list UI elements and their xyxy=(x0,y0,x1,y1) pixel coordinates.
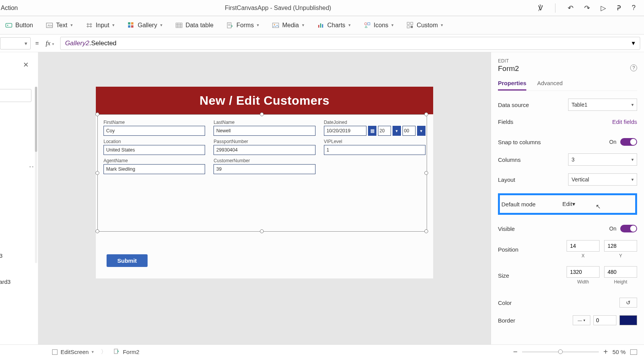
datasource-select[interactable]: Table1▾ xyxy=(568,99,637,111)
svg-point-1 xyxy=(7,25,8,26)
insert-custom[interactable]: Custom▾ xyxy=(407,22,443,29)
scrollbar-thumb[interactable] xyxy=(35,87,37,152)
vip-input[interactable] xyxy=(324,145,426,155)
breadcrumb-screen[interactable]: EditScreen ▾ xyxy=(52,349,94,355)
minute-dropdown-icon[interactable]: ▾ xyxy=(417,126,426,136)
size-height-input[interactable] xyxy=(604,266,637,278)
form-icon xyxy=(113,348,120,356)
fit-to-screen-icon[interactable] xyxy=(630,349,637,355)
datejoined-input[interactable] xyxy=(324,126,366,136)
zoom-out-icon[interactable]: − xyxy=(513,347,518,356)
breadcrumb-separator: 〉 xyxy=(101,348,107,356)
play-icon[interactable]: ▷ xyxy=(601,4,606,12)
help-icon[interactable]: ? xyxy=(632,4,636,12)
canvas-area[interactable]: New / Edit Customers FirstName LastName xyxy=(38,52,491,344)
svg-rect-27 xyxy=(114,349,118,354)
zoom-in-icon[interactable]: + xyxy=(603,347,608,356)
formula-expand-icon[interactable]: ▾ xyxy=(632,39,635,47)
breadcrumb-form-label: Form2 xyxy=(123,349,139,355)
panel-help-icon[interactable]: ? xyxy=(630,64,637,71)
columns-label: Columns xyxy=(498,156,521,163)
selection-handle[interactable] xyxy=(260,229,264,233)
hour-dropdown-icon[interactable]: ▾ xyxy=(393,126,401,136)
size-width-input[interactable] xyxy=(567,266,600,278)
defaultmode-label: Default mode xyxy=(501,201,536,207)
insert-text-label: Text xyxy=(56,22,67,29)
insert-input[interactable]: Input▾ xyxy=(86,22,115,29)
insert-icons-label: Icons xyxy=(374,22,388,29)
agent-input[interactable] xyxy=(104,164,205,174)
insert-forms-label: Forms xyxy=(237,22,254,29)
svg-rect-7 xyxy=(131,25,133,28)
insert-button[interactable]: Button xyxy=(5,22,33,29)
custnum-input[interactable] xyxy=(214,164,315,174)
gallery-icon xyxy=(128,22,135,29)
insert-icons[interactable]: Icons▾ xyxy=(364,22,394,29)
selection-handle[interactable] xyxy=(95,229,99,233)
svg-rect-4 xyxy=(128,22,130,25)
insert-gallery[interactable]: Gallery▾ xyxy=(128,22,163,29)
location-label: Location xyxy=(104,139,205,144)
fx-button[interactable]: fx▾ xyxy=(43,40,56,47)
columns-select[interactable]: 3▾ xyxy=(568,153,637,166)
svg-rect-26 xyxy=(411,26,413,28)
datejoined-label: DateJoined xyxy=(324,120,426,125)
redo-icon[interactable]: ↷ xyxy=(584,4,590,12)
svg-point-21 xyxy=(365,23,367,25)
close-icon[interactable]: ✕ xyxy=(23,61,29,69)
passport-input[interactable] xyxy=(214,145,315,155)
layout-select[interactable]: Vertical▾ xyxy=(568,173,637,186)
position-y-input[interactable] xyxy=(604,240,637,252)
property-dropdown[interactable]: ▾ xyxy=(0,37,31,49)
user-icon[interactable]: ᕈ xyxy=(617,4,621,12)
lastname-input[interactable] xyxy=(214,126,315,136)
custom-icon xyxy=(407,22,414,29)
insert-datatable-label: Data table xyxy=(186,22,214,29)
selection-handle[interactable] xyxy=(424,229,428,233)
search-input[interactable] xyxy=(0,89,31,102)
insert-charts-label: Charts xyxy=(327,22,345,29)
submit-button[interactable]: Submit xyxy=(107,254,148,267)
insert-datatable[interactable]: Data table xyxy=(176,22,214,29)
properties-panel: EDIT Form2 ? Properties Advanced Data so… xyxy=(491,52,644,344)
ribbon-tab-action[interactable]: Action xyxy=(0,5,18,12)
border-width-input[interactable] xyxy=(593,315,616,325)
undo-icon[interactable]: ↶ xyxy=(568,4,573,12)
firstname-input[interactable] xyxy=(104,126,205,136)
table-icon xyxy=(176,22,182,29)
border-color-swatch[interactable] xyxy=(619,315,637,325)
input-icon xyxy=(86,22,93,29)
layout-label: Layout xyxy=(498,176,515,183)
svg-rect-6 xyxy=(128,25,130,28)
snap-toggle[interactable] xyxy=(620,138,637,146)
color-reset-icon[interactable]: ↺ xyxy=(619,298,637,308)
tab-properties[interactable]: Properties xyxy=(498,80,526,91)
app-checker-icon[interactable]: ℣ xyxy=(538,4,543,12)
screen-title: New / Edit Customers xyxy=(200,94,330,108)
minute-select[interactable] xyxy=(402,126,416,136)
insert-charts[interactable]: Charts▾ xyxy=(317,22,351,29)
insert-text[interactable]: Abc Text▾ xyxy=(46,22,72,29)
formula-bar[interactable]: Gallery2.Selected ▾ xyxy=(60,37,640,50)
hour-select[interactable] xyxy=(378,126,391,136)
lastname-label: LastName xyxy=(214,120,315,125)
snap-state: On xyxy=(609,139,616,145)
zoom-slider[interactable] xyxy=(522,351,599,352)
breadcrumb-form[interactable]: Form2 xyxy=(113,348,139,356)
edit-fields-link[interactable]: Edit fields xyxy=(612,119,637,125)
tab-advanced[interactable]: Advanced xyxy=(537,80,563,91)
media-icon xyxy=(272,22,279,29)
calendar-icon[interactable]: ▦ xyxy=(368,126,376,136)
tree-item-label: ataCard3 xyxy=(0,278,11,285)
svg-rect-19 xyxy=(320,23,321,28)
field-datejoined: DateJoined ▦ ▾ ▾ xyxy=(324,120,426,136)
visible-toggle[interactable] xyxy=(620,225,637,232)
border-style-select[interactable]: — ▾ xyxy=(573,315,590,325)
insert-media[interactable]: Media▾ xyxy=(272,22,304,29)
app-screen[interactable]: New / Edit Customers FirstName LastName xyxy=(96,87,433,278)
location-input[interactable] xyxy=(104,145,205,155)
visible-label: Visible xyxy=(498,226,515,232)
position-x-input[interactable] xyxy=(567,240,600,252)
svg-rect-20 xyxy=(322,24,323,28)
insert-forms[interactable]: Forms▾ xyxy=(227,22,259,29)
